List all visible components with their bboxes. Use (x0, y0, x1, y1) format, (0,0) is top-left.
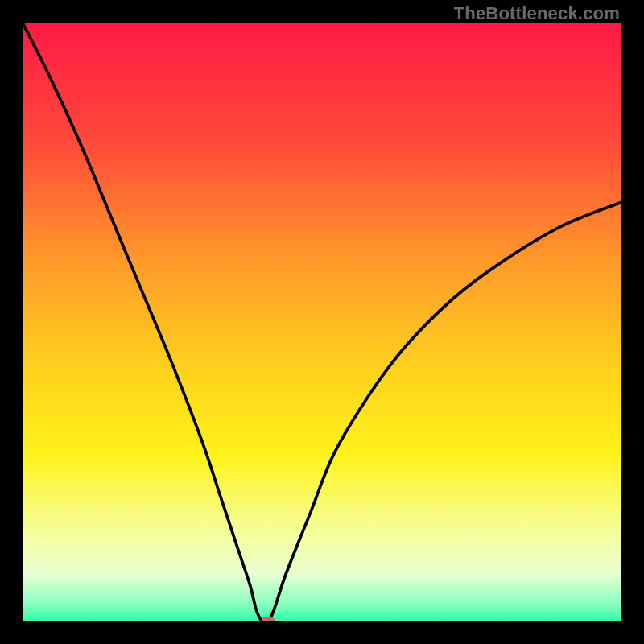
chart-frame: TheBottleneck.com (0, 0, 644, 644)
watermark-text: TheBottleneck.com (454, 3, 620, 24)
plot-area (23, 23, 621, 621)
bottleneck-marker (262, 617, 275, 621)
bottleneck-curve (23, 23, 621, 621)
